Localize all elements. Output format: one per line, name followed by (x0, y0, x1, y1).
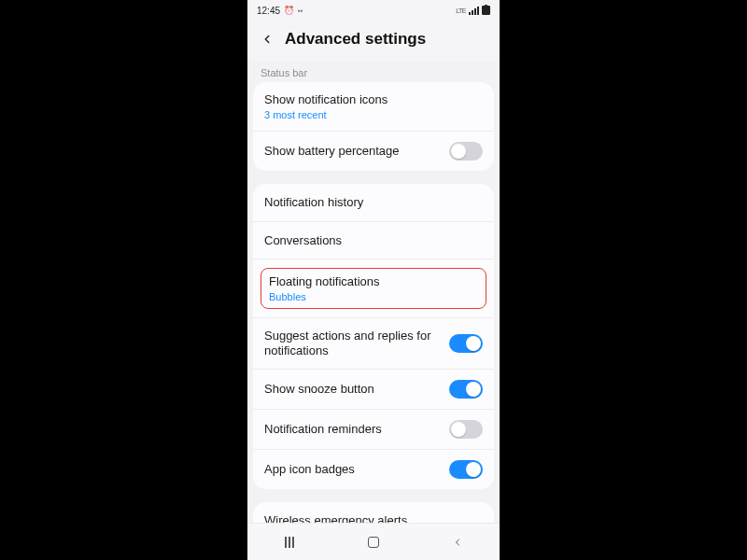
page-title: Advanced settings (285, 30, 426, 49)
section-label-status-bar: Status bar (247, 62, 500, 82)
row-title: Conversations (264, 233, 483, 248)
row-app-icon-badges[interactable]: App icon badges (253, 449, 494, 489)
card-notifications: Notification history Conversations Float… (253, 184, 494, 489)
status-time: 12:45 (257, 6, 280, 16)
row-title: Floating notifications (269, 274, 478, 289)
page-header: Advanced settings (247, 21, 500, 62)
battery-icon (482, 6, 490, 15)
back-button[interactable] (261, 33, 274, 46)
nav-back-button[interactable] (439, 531, 476, 553)
toggle-notification-reminders[interactable] (449, 420, 483, 439)
row-title: Show snooze button (264, 382, 449, 397)
toggle-suggest-actions[interactable] (449, 334, 483, 353)
row-notification-history[interactable]: Notification history (253, 184, 494, 221)
row-show-snooze[interactable]: Show snooze button (253, 369, 494, 409)
row-title: Show battery percentage (264, 144, 449, 159)
toggle-show-snooze[interactable] (449, 380, 483, 399)
row-title: Notification reminders (264, 422, 449, 437)
row-show-notification-icons[interactable]: Show notification icons 3 most recent (253, 82, 494, 131)
home-icon (368, 537, 379, 548)
row-subtitle: Bubbles (269, 291, 478, 302)
row-title: Notification history (264, 195, 483, 210)
toggle-show-battery-percentage[interactable] (449, 142, 483, 161)
settings-content: Status bar Show notification icons 3 mos… (247, 62, 500, 523)
row-title: Wireless emergency alerts (264, 513, 483, 523)
chevron-left-icon (452, 537, 463, 548)
app-indicator-icon: ▪▪ (298, 7, 303, 15)
network-label: LTE (456, 7, 466, 14)
recents-icon (285, 537, 294, 548)
card-emergency: Wireless emergency alerts (253, 502, 494, 523)
row-title: Show notification icons (264, 92, 483, 107)
card-status-bar: Show notification icons 3 most recent Sh… (253, 82, 494, 171)
row-wireless-emergency[interactable]: Wireless emergency alerts (253, 502, 494, 523)
toggle-app-icon-badges[interactable] (449, 460, 483, 479)
row-notification-reminders[interactable]: Notification reminders (253, 409, 494, 449)
android-nav-bar (247, 523, 500, 560)
row-title: Suggest actions and replies for notifica… (264, 329, 449, 359)
phone-frame: 12:45 ⏰ ▪▪ LTE Advanced settings Status … (247, 0, 500, 560)
row-conversations[interactable]: Conversations (253, 221, 494, 259)
signal-icon (469, 7, 479, 15)
status-bar: 12:45 ⏰ ▪▪ LTE (247, 0, 500, 21)
row-subtitle: 3 most recent (264, 109, 483, 120)
nav-home-button[interactable] (355, 531, 392, 553)
row-show-battery-percentage[interactable]: Show battery percentage (253, 131, 494, 171)
alarm-icon: ⏰ (284, 6, 294, 15)
nav-recents-button[interactable] (271, 531, 308, 553)
row-floating-notifications[interactable]: Floating notifications Bubbles (253, 259, 494, 316)
row-title: App icon badges (264, 462, 449, 477)
highlight-floating-notifications: Floating notifications Bubbles (261, 268, 486, 308)
row-suggest-actions[interactable]: Suggest actions and replies for notifica… (253, 317, 494, 370)
